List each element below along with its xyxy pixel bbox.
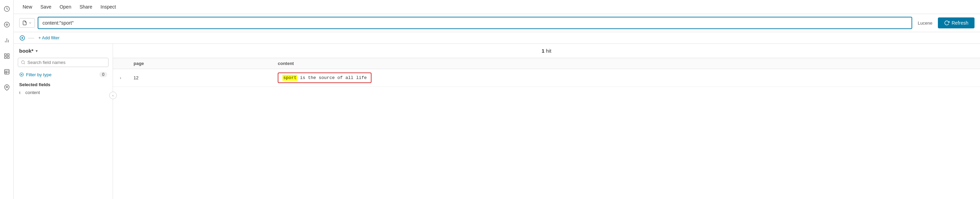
- new-button[interactable]: New: [19, 3, 36, 11]
- share-button[interactable]: Share: [76, 3, 95, 11]
- index-chevron-icon: ▾: [36, 49, 38, 53]
- svg-point-2: [6, 24, 8, 26]
- svg-rect-8: [5, 57, 6, 58]
- compass-icon[interactable]: [2, 20, 12, 29]
- fields-panel: book* ▾ Filter by type 0 Selected fields…: [14, 44, 113, 199]
- table-row: › 12 sport is the source of all life: [113, 69, 980, 87]
- results-panel: 1 hit page content ›: [113, 44, 980, 199]
- field-name: content: [25, 90, 40, 95]
- field-type-icon: t: [19, 91, 23, 95]
- svg-rect-6: [5, 54, 6, 55]
- refresh-icon: [944, 20, 950, 26]
- highlighted-word: sport: [283, 75, 297, 81]
- table-header: page content: [113, 58, 980, 69]
- table-body: › 12 sport is the source of all life: [113, 69, 980, 87]
- expand-cell: ›: [113, 69, 128, 87]
- content-column-header: content: [272, 58, 980, 69]
- filter-type-icon: [19, 72, 24, 77]
- filter-by-type-label: Filter by type: [26, 72, 51, 77]
- field-item: t content: [14, 88, 113, 96]
- content-rest: is the source of all life: [297, 75, 367, 81]
- svg-rect-10: [5, 69, 9, 74]
- svg-point-18: [22, 61, 25, 64]
- page-column-header: page: [128, 58, 272, 69]
- hit-label: hit: [546, 48, 551, 54]
- search-type-button[interactable]: [19, 18, 35, 28]
- field-search-box: [18, 58, 108, 67]
- svg-rect-7: [7, 54, 9, 55]
- index-name: book*: [19, 48, 33, 54]
- grid-icon[interactable]: [2, 51, 12, 61]
- refresh-label: Refresh: [951, 20, 968, 26]
- clock-icon[interactable]: [2, 4, 12, 14]
- filter-by-type-row[interactable]: Filter by type 0: [14, 70, 113, 79]
- search-input[interactable]: [38, 17, 912, 28]
- page-value: 12: [134, 75, 138, 81]
- field-search-icon: [21, 60, 25, 65]
- filter-type-badge: 0: [99, 72, 107, 77]
- lucene-label: Lucene: [915, 21, 935, 26]
- svg-line-19: [24, 63, 25, 64]
- svg-point-14: [6, 86, 8, 88]
- inspect-button[interactable]: Inspect: [97, 3, 119, 11]
- main-content: New Save Open Share Inspect Lucene Refre…: [14, 0, 980, 199]
- search-row: Lucene Refresh: [14, 14, 980, 32]
- results-header: 1 hit: [113, 44, 980, 58]
- add-filter-button[interactable]: + Add filter: [37, 35, 61, 41]
- chart-icon[interactable]: [2, 36, 12, 45]
- expand-col-header: [113, 58, 128, 69]
- results-data-table: page content › 12: [113, 58, 980, 87]
- field-search-input[interactable]: [27, 60, 105, 65]
- content-cell: sport is the source of all life: [272, 69, 980, 87]
- table-icon[interactable]: [2, 67, 12, 77]
- map-icon[interactable]: [2, 83, 12, 92]
- document-icon: [22, 21, 27, 25]
- selected-fields-label: Selected fields: [14, 79, 113, 88]
- content-area: book* ▾ Filter by type 0 Selected fields…: [14, 44, 980, 199]
- filter-circle-icon[interactable]: [19, 35, 25, 41]
- collapse-panel-button[interactable]: ‹: [109, 92, 117, 99]
- save-button[interactable]: Save: [37, 3, 55, 11]
- toolbar: New Save Open Share Inspect: [14, 0, 980, 14]
- expand-row-button[interactable]: ›: [118, 75, 123, 81]
- separator: —: [28, 34, 34, 41]
- content-highlight-box: sport is the source of all life: [278, 73, 372, 83]
- page-cell: 12: [128, 69, 272, 87]
- open-button[interactable]: Open: [56, 3, 75, 11]
- table-header-row: page content: [113, 58, 980, 69]
- sidebar: [0, 0, 14, 199]
- filter-row: — + Add filter: [14, 32, 980, 44]
- svg-rect-9: [7, 57, 9, 58]
- search-input-container: [38, 17, 912, 29]
- hit-count: 1: [542, 48, 544, 54]
- chevron-down-icon: [29, 21, 32, 25]
- svg-point-1: [4, 22, 9, 27]
- refresh-button[interactable]: Refresh: [938, 17, 975, 28]
- fields-header[interactable]: book* ▾: [14, 44, 113, 57]
- results-table: page content › 12: [113, 58, 980, 199]
